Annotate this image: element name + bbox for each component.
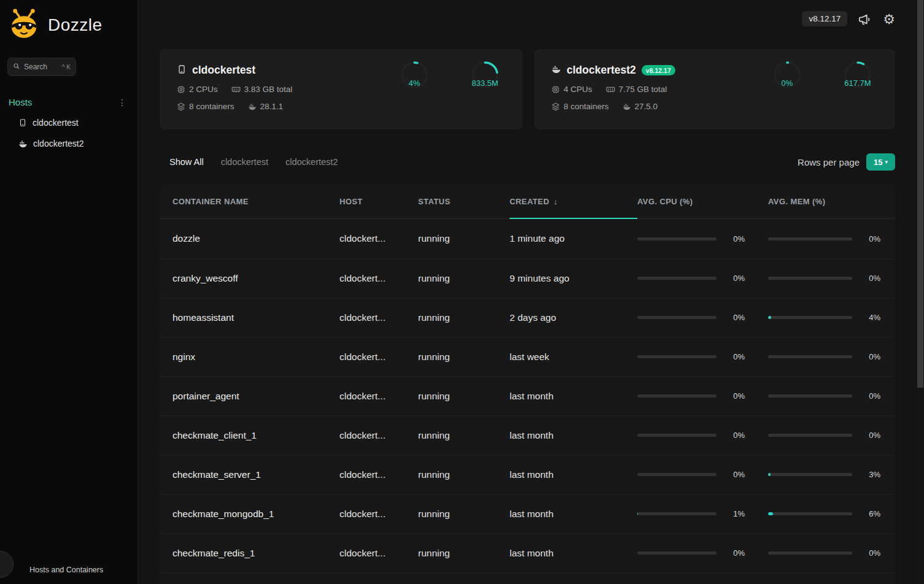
- layers-icon: [551, 102, 560, 111]
- created-cell: 9 minutes ago: [510, 273, 637, 284]
- page-scrollbar[interactable]: [917, 0, 924, 584]
- column-status[interactable]: STATUS: [418, 185, 510, 218]
- container-name-link[interactable]: checkmate_redis_1: [173, 548, 340, 559]
- host-cell: cldockert...: [340, 391, 418, 402]
- brand: Dozzle: [0, 0, 138, 47]
- cpu-progress-bar: [637, 394, 716, 398]
- container-name-link[interactable]: cranky_wescoff: [173, 273, 340, 284]
- table-row[interactable]: cranky_wescoff cldockert... running 9 mi…: [160, 258, 895, 298]
- rows-per-page: Rows per page 15 ▾: [798, 153, 895, 171]
- created-cell: last month: [510, 430, 637, 441]
- docker-whale-icon: [623, 102, 631, 111]
- tab-cldockertest[interactable]: cldockertest: [221, 157, 268, 167]
- table-row[interactable]: homeassistant cldockert... running 2 day…: [160, 298, 895, 337]
- column-container-name[interactable]: CONTAINER NAME: [173, 185, 340, 218]
- cpu-progress-bar: [637, 355, 716, 358]
- announcements-megaphone-icon[interactable]: [858, 11, 872, 28]
- settings-gear-icon[interactable]: ⚙: [883, 11, 895, 28]
- cpu-percent: 0%: [724, 391, 745, 401]
- container-name-link[interactable]: nginx: [173, 352, 340, 363]
- host-cell: cldockert...: [340, 312, 418, 323]
- memory-gauge-value: 833.5M: [468, 79, 502, 88]
- status-cell: running: [418, 273, 510, 284]
- cpu-progress-bar: [637, 551, 716, 555]
- mem-progress-bar: [768, 237, 852, 240]
- host-cell: cldockert...: [340, 352, 418, 363]
- host-card-cldockertest[interactable]: cldockertest 2 CPUs: [160, 49, 522, 129]
- cpu-gauge-value: 4%: [397, 79, 432, 88]
- container-name-link[interactable]: checkmate_server_1: [173, 469, 340, 480]
- mem-progress-bar: [768, 394, 852, 398]
- layers-icon: [177, 102, 185, 111]
- cpu-progress-bar: [637, 316, 716, 319]
- column-avg-mem[interactable]: AVG. MEM (%): [768, 185, 895, 218]
- column-avg-cpu[interactable]: AVG. CPU (%): [637, 185, 768, 218]
- host-cell: cldockert...: [340, 509, 418, 520]
- host-card-cldockertest2[interactable]: cldockertest2 v8.12.17 4 CPUs: [534, 49, 895, 129]
- created-cell: last month: [510, 469, 637, 480]
- cpu-progress-bar: [637, 473, 716, 476]
- docker-version-stat: 27.5.0: [623, 102, 658, 111]
- cpu-progress-bar: [637, 237, 716, 240]
- tab-show-all[interactable]: Show All: [169, 157, 204, 167]
- topbar: v8.12.17 ⚙: [160, 0, 895, 49]
- hosts-section-label: Hosts: [9, 97, 32, 107]
- cpu-gauge-value: 0%: [770, 79, 804, 88]
- version-badge: v8.12.17: [802, 11, 847, 26]
- floating-button[interactable]: [0, 551, 14, 578]
- hosts-menu-button[interactable]: ⋮: [115, 98, 129, 107]
- filter-row: Show All cldockertest cldockertest2 Rows…: [160, 153, 895, 171]
- created-cell: 2 days ago: [510, 312, 637, 323]
- host-cell: cldockert...: [340, 273, 418, 284]
- table-row[interactable]: checkmate_mongodb_1 cldockert... running…: [160, 494, 895, 533]
- mem-cell: 0%: [768, 391, 895, 401]
- cpu-percent: 0%: [724, 431, 745, 440]
- search-input[interactable]: Search ^ K: [7, 58, 76, 76]
- table-row[interactable]: nginx cldockert... running last week 0% …: [160, 337, 895, 376]
- cpu-cell: 0%: [637, 352, 768, 361]
- container-name-link[interactable]: homeassistant: [173, 312, 340, 323]
- mem-progress-bar: [768, 316, 852, 319]
- column-created[interactable]: CREATED ↓: [510, 185, 637, 219]
- status-cell: running: [418, 233, 510, 244]
- container-name-link[interactable]: portainer_agent: [173, 391, 340, 402]
- mem-percent: 0%: [860, 548, 880, 558]
- table-row[interactable]: checkmate_redis_1 cldockert... running l…: [160, 533, 895, 572]
- host-device-icon: [18, 118, 27, 127]
- docker-version-stat: 28.1.1: [248, 102, 284, 111]
- mem-percent: 3%: [860, 470, 880, 479]
- chevron-down-icon: ▾: [885, 159, 888, 165]
- mem-cell: 4%: [768, 313, 895, 322]
- table-row[interactable]: portainer_agent cldockert... running las…: [160, 376, 895, 415]
- cpu-cell: 0%: [637, 548, 768, 558]
- created-cell: last month: [510, 548, 637, 559]
- cpu-chip-icon: [551, 85, 560, 94]
- container-name-link[interactable]: checkmate_mongodb_1: [173, 509, 340, 520]
- search-shortcut: ^ K: [62, 64, 71, 71]
- container-name-link[interactable]: checkmate_client_1: [173, 430, 340, 441]
- table-row[interactable]: checkmate_server_1 cldockert... running …: [160, 455, 895, 494]
- column-host[interactable]: HOST: [340, 185, 418, 218]
- sidebar-item-cldockertest[interactable]: cldockertest: [0, 112, 138, 133]
- mem-bar-fill: [768, 316, 771, 319]
- scrollbar-thumb[interactable]: [917, 0, 923, 388]
- cpu-progress-bar: [637, 512, 716, 515]
- cpu-cell: 1%: [637, 509, 768, 518]
- container-count-stat: 8 containers: [177, 102, 235, 111]
- cpu-cell: 0%: [637, 313, 768, 322]
- tab-cldockertest2[interactable]: cldockertest2: [285, 157, 338, 167]
- mem-bar-fill: [768, 473, 771, 476]
- created-cell: last month: [510, 391, 637, 402]
- container-name-link[interactable]: dozzle: [173, 233, 340, 244]
- mem-cell: 0%: [768, 548, 895, 558]
- sidebar-item-cldockertest2[interactable]: cldockertest2: [0, 133, 138, 154]
- memory-gauge: 617.7M: [841, 60, 875, 99]
- cpu-bar-fill: [637, 512, 638, 515]
- table-row[interactable]: dozzle cldockert... running 1 minute ago…: [160, 219, 895, 258]
- mem-progress-bar: [768, 473, 852, 476]
- host-cell: cldockert...: [340, 469, 418, 480]
- status-cell: running: [418, 352, 510, 363]
- table-row[interactable]: checkmate_client_1 cldockert... running …: [160, 415, 895, 455]
- rows-per-page-select[interactable]: 15 ▾: [866, 153, 895, 171]
- cpu-percent: 0%: [724, 234, 745, 244]
